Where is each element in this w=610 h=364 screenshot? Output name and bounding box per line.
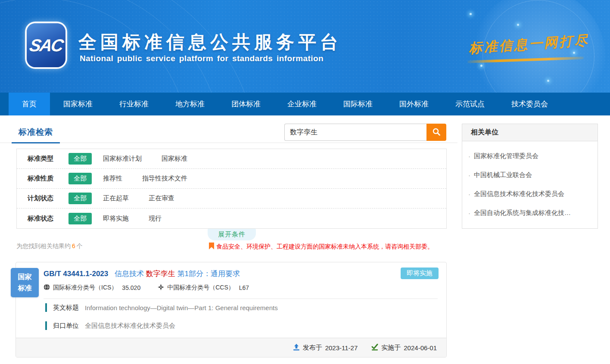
filter-label: 计划状态 [28, 194, 68, 202]
filter-option[interactable]: 指导性技术文件 [142, 174, 187, 183]
filter-row-plan-status: 计划状态 全部 正在起草 正在审查 [17, 189, 446, 208]
nav-item-foreign-standards[interactable]: 国外标准 [386, 93, 442, 115]
filter-option[interactable]: 即将实施 [103, 215, 129, 223]
nav-item-international-standards[interactable]: 国际标准 [330, 93, 386, 115]
nav-item-group-standards[interactable]: 团体标准 [218, 93, 274, 115]
ics-meta: 国际标准分类号（ICS） 35.020 [44, 284, 140, 292]
decor-spark [547, 80, 549, 82]
magnifier-icon [432, 128, 441, 137]
implement-date: 2024-06-01 [404, 344, 437, 352]
dept-value: 全国信息技术标准化技术委员会 [85, 322, 175, 330]
related-units-list: ·国家标准化管理委员会 ·中国机械工业联合会 ·全国信息技术标准化技术委员会 ·… [462, 141, 598, 222]
search-button[interactable] [426, 124, 446, 141]
standard-title-part1: 信息技术 [115, 270, 144, 278]
status-badge: 即将实施 [401, 268, 439, 279]
decor-spark [573, 52, 575, 54]
dept-label: 归口单位 [53, 322, 79, 330]
sidebar-item-it-standardization-committee[interactable]: ·全国信息技术标准化技术委员会 [468, 184, 591, 203]
english-title-label: 英文标题 [53, 304, 79, 312]
bullet-dot: · [468, 190, 470, 198]
filter-row-standard-nature: 标准性质 全部 推荐性 指导性技术文件 [17, 169, 446, 189]
filter-option[interactable]: 正在起草 [103, 194, 129, 202]
filter-all-badge[interactable]: 全部 [68, 213, 92, 224]
sidebar-item-machinery-federation[interactable]: ·中国机械工业联合会 [468, 165, 591, 184]
publish-label: 发布于 [303, 344, 322, 352]
filter-option[interactable]: 国家标准 [162, 155, 187, 163]
publish-date: 2023-11-27 [325, 344, 358, 352]
filter-all-badge[interactable]: 全部 [68, 193, 92, 204]
search-input[interactable] [284, 124, 426, 141]
system-notice: 食品安全、环境保护、工程建设方面的国家标准未纳入本系统，请咨询相关部委。 [209, 243, 433, 251]
sidebar-item-label: 国家标准化管理委员会 [474, 152, 538, 160]
ccs-label: 中国标准分类号（CCS） [167, 284, 234, 292]
standard-title-link[interactable]: GB/T 43441.1-2023 信息技术 数字孪生 第1部分：通用要求 [44, 269, 395, 279]
search-box [284, 124, 446, 141]
expand-conditions-button[interactable]: 展开条件 [208, 229, 256, 240]
result-count-number: 6 [71, 243, 77, 249]
teal-bar [45, 321, 47, 330]
implement-date-item: 实施于 2024-06-01 [371, 344, 437, 352]
page: SAC 全国标准信息公共服务平台 National public service… [0, 0, 610, 364]
bullet-dot: · [468, 152, 470, 160]
standard-type-tag: 国家 标准 [11, 268, 39, 297]
tag-line1: 国家 [18, 273, 32, 280]
nav-item-pilot-programs[interactable]: 示范试点 [442, 93, 498, 115]
site-title: 全国标准信息公共服务平台 [78, 30, 342, 54]
globe-icon [44, 284, 50, 292]
implement-check-icon [371, 344, 378, 352]
tag-line2: 标准 [18, 284, 32, 292]
main-nav: 首页 国家标准 行业标准 地方标准 团体标准 企业标准 国际标准 国外标准 示范… [0, 93, 610, 115]
card-footer: 发布于 2023-11-27 实施于 2024-06-01 [16, 338, 446, 357]
result-count: 为您找到相关结果约6个 [16, 243, 83, 249]
bookmark-icon [209, 243, 214, 251]
sidebar-item-automation-systems-committee[interactable]: ·全国自动化系统与集成标准化技… [468, 203, 591, 222]
implement-label: 实施于 [381, 344, 401, 352]
nav-item-local-standards[interactable]: 地方标准 [162, 93, 218, 115]
content-area: 标准检索 标准类型 全部 国家标准计划 国家标准 [0, 115, 610, 364]
standard-title-highlight: 数字孪生 [146, 270, 175, 278]
nav-item-national-standards[interactable]: 国家标准 [50, 93, 106, 115]
related-units-title: 相关单位 [462, 124, 598, 141]
teal-bar [45, 303, 47, 312]
result-card: 国家 标准 GB/T 43441.1-2023 信息技术 数字孪生 第1部分：通… [16, 262, 447, 358]
filter-all-badge[interactable]: 全部 [68, 153, 92, 165]
sidebar-item-label: 中国机械工业联合会 [474, 171, 532, 179]
ccs-value: L67 [239, 284, 249, 291]
publish-upload-icon [293, 344, 300, 352]
related-units-panel: 相关单位 ·国家标准化管理委员会 ·中国机械工业联合会 ·全国信息技术标准化技术… [462, 124, 598, 229]
header-banner: SAC 全国标准信息公共服务平台 National public service… [0, 0, 610, 93]
filter-option[interactable]: 推荐性 [103, 174, 122, 183]
nav-item-industry-standards[interactable]: 行业标准 [106, 93, 162, 115]
filter-row-standard-status: 标准状态 全部 即将实施 现行 [17, 208, 446, 228]
result-summary-line: 为您找到相关结果约6个 食品安全、环境保护、工程建设方面的国家标准未纳入本系统，… [16, 243, 447, 251]
standard-code: GB/T 43441.1-2023 [44, 270, 108, 278]
nav-item-enterprise-standards[interactable]: 企业标准 [274, 93, 330, 115]
ccs-meta: 中国标准分类号（CCS） L67 [158, 284, 249, 292]
filter-label: 标准性质 [28, 174, 68, 183]
filter-panel: 标准类型 全部 国家标准计划 国家标准 标准性质 全部 推荐性 指导性技术文件 … [16, 149, 447, 229]
sac-logo[interactable]: SAC [27, 23, 65, 67]
filter-all-badge[interactable]: 全部 [68, 173, 92, 184]
notice-text: 食品安全、环境保护、工程建设方面的国家标准未纳入本系统，请咨询相关部委。 [216, 243, 433, 251]
filter-label: 标准状态 [28, 215, 68, 223]
nav-item-home[interactable]: 首页 [9, 93, 50, 115]
dept-row: 归口单位 全国信息技术标准化技术委员会 [45, 321, 175, 330]
nav-item-technical-committees[interactable]: 技术委员会 [498, 93, 561, 115]
ics-value: 35.020 [122, 284, 140, 291]
tab-standard-search[interactable]: 标准检索 [12, 122, 60, 143]
filter-option[interactable]: 国家标准计划 [103, 155, 142, 163]
sidebar-item-label: 全国信息技术标准化技术委员会 [474, 190, 564, 198]
filter-option[interactable]: 现行 [149, 215, 162, 223]
card-meta-row: 国际标准分类号（ICS） 35.020 中国标准分类号（CCS） L67 [44, 284, 249, 292]
bullet-dot: · [468, 209, 470, 217]
decor-spark [517, 24, 519, 26]
decor-spark [480, 65, 482, 67]
result-count-suffix: 个 [77, 243, 83, 249]
filter-option[interactable]: 正在审查 [149, 194, 174, 202]
sac-logo-text: SAC [28, 36, 64, 55]
publish-date-item: 发布于 2023-11-27 [293, 344, 358, 352]
compass-icon [158, 284, 164, 292]
sidebar-item-sac[interactable]: ·国家标准化管理委员会 [468, 146, 591, 165]
ics-label: 国际标准分类号（ICS） [53, 284, 117, 292]
filter-row-standard-type: 标准类型 全部 国家标准计划 国家标准 [17, 149, 446, 169]
